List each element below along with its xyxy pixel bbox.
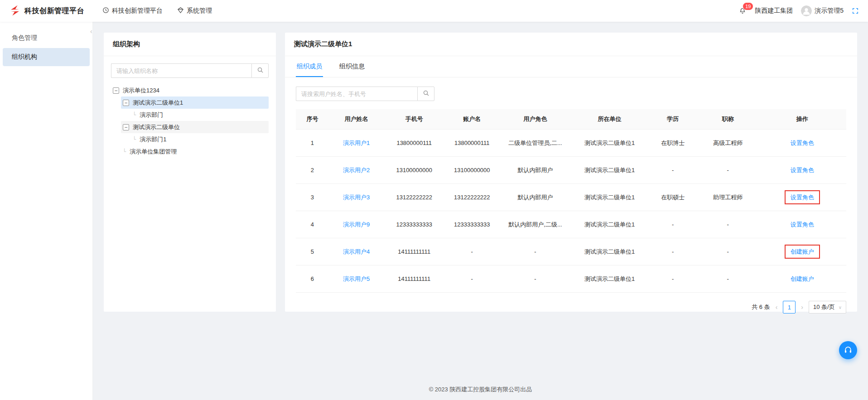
action-cell: 设置角色 — [785, 163, 820, 177]
cell-phone: 13122222222 — [384, 184, 444, 211]
cell-account: 13100000000 — [444, 157, 500, 184]
cell-unit: 测试演示二级单位1 — [571, 238, 648, 265]
annotation-highlight-box: 创建账户 — [785, 245, 820, 259]
detail-panel-title: 测试演示二级单位1 — [285, 33, 857, 56]
create-account-link[interactable]: 创建账户 — [791, 248, 814, 255]
avatar — [801, 5, 812, 16]
headset-icon — [844, 345, 853, 356]
org-panel-title: 组织架构 — [104, 33, 276, 56]
sidebar-item-org-structure[interactable]: 组织机构 — [3, 48, 90, 66]
cell-education: 在职硕士 — [648, 184, 698, 211]
cell-education: - — [648, 238, 698, 265]
org-search-button[interactable] — [251, 63, 269, 78]
cell-role: 默认内部用户,二级... — [500, 211, 571, 238]
cell-phone: 14111111111 — [384, 238, 444, 265]
leaf-connector-icon: └ — [123, 149, 126, 155]
user-name-link[interactable]: 演示用户1 — [343, 140, 370, 146]
tree-node-root[interactable]: − 演示单位1234 — [111, 84, 269, 96]
tab-org-members[interactable]: 组织成员 — [296, 56, 323, 77]
gem-icon — [177, 7, 184, 15]
fullscreen-icon[interactable] — [852, 7, 859, 14]
tree-node-label: 演示单位1234 — [123, 87, 159, 95]
cell-title: - — [698, 238, 758, 265]
content-area: 组织架构 − 演示单位1234 − 测试演示二级单位1 — [93, 22, 868, 400]
prev-page-button[interactable]: ‹ — [775, 304, 779, 311]
cell-role: - — [500, 238, 571, 265]
search-icon — [423, 90, 429, 98]
cell-title: - — [698, 211, 758, 238]
cell-index: 2 — [296, 157, 329, 184]
chevron-down-icon: ∨ — [839, 305, 842, 310]
set-role-link[interactable]: 设置角色 — [791, 194, 814, 201]
customer-service-button[interactable] — [839, 341, 857, 359]
cell-account: 13800000111 — [444, 130, 500, 157]
logo-icon — [9, 5, 21, 18]
user-name-link[interactable]: 演示用户3 — [343, 194, 370, 201]
tree-node-selected[interactable]: − 测试演示二级单位1 — [121, 96, 269, 109]
cell-phone: 13100000000 — [384, 157, 444, 184]
user-name-link[interactable]: 演示用户9 — [343, 221, 370, 228]
page-number-button[interactable]: 1 — [783, 301, 796, 313]
collapse-minus-icon[interactable]: − — [113, 87, 119, 94]
tree-node-label: 测试演示二级单位1 — [133, 99, 183, 107]
col-header-account: 账户名 — [444, 109, 500, 130]
top-header: 科技创新管理平台 科技创新管理平台 系统管理 19 陕西建工集团 — [0, 0, 868, 22]
col-header-role: 用户角色 — [500, 109, 571, 130]
members-table: 序号 用户姓名 手机号 账户名 用户角色 所在单位 学历 职称 操作 1 演示用 — [296, 109, 846, 293]
member-search-group — [296, 87, 846, 101]
clock-icon — [102, 7, 109, 15]
sidebar-item-role-mgmt[interactable]: 角色管理 — [3, 29, 90, 47]
tabs: 组织成员 组织信息 — [285, 56, 857, 77]
create-account-link[interactable]: 创建账户 — [791, 275, 814, 282]
member-search-button[interactable] — [417, 87, 434, 101]
sidebar-collapse-icon[interactable]: ‹ — [90, 28, 92, 34]
nav-item-label: 系统管理 — [187, 7, 212, 15]
org-detail-panel: 测试演示二级单位1 组织成员 组织信息 — [285, 33, 857, 312]
col-header-title: 职称 — [698, 109, 758, 130]
nav-item-system-mgmt[interactable]: 系统管理 — [170, 0, 219, 22]
leaf-connector-icon: └ — [133, 112, 136, 118]
table-row: 5 演示用户4 14111111111 - - 测试演示二级单位1 - - 创建… — [296, 238, 846, 265]
tree-node-label: 测试演示二级单位 — [133, 123, 180, 131]
cell-account: - — [444, 265, 500, 293]
user-name-link[interactable]: 演示用户4 — [343, 248, 370, 255]
cell-unit: 测试演示二级单位1 — [571, 211, 648, 238]
cell-index: 6 — [296, 265, 329, 293]
tree-node-leaf[interactable]: └ 演示单位集团管理 — [121, 145, 269, 158]
page-size-select[interactable]: 10 条/页 ∨ — [809, 301, 846, 313]
table-row: 6 演示用户5 14111111111 - - 测试演示二级单位1 - - 创建… — [296, 265, 846, 293]
org-search-input[interactable] — [111, 63, 251, 78]
cell-title: 助理工程师 — [698, 184, 758, 211]
col-header-unit: 所在单位 — [571, 109, 648, 130]
company-name[interactable]: 陕西建工集团 — [755, 7, 793, 15]
collapse-minus-icon[interactable]: − — [123, 100, 129, 106]
collapse-minus-icon[interactable]: − — [123, 124, 129, 130]
col-header-phone: 手机号 — [384, 109, 444, 130]
cell-title: 高级工程师 — [698, 130, 758, 157]
tab-org-info[interactable]: 组织信息 — [338, 56, 366, 77]
member-search-input[interactable] — [296, 87, 417, 101]
tree-node-label: 演示部门 — [140, 111, 163, 119]
cell-account: 13122222222 — [444, 184, 500, 211]
set-role-link[interactable]: 设置角色 — [791, 140, 814, 146]
brand-title: 科技创新管理平台 — [24, 6, 84, 16]
brand: 科技创新管理平台 — [9, 5, 84, 18]
table-row: 3 演示用户3 13122222222 13122222222 默认内部用户 测… — [296, 184, 846, 211]
notification-bell[interactable]: 19 — [738, 6, 747, 16]
set-role-link[interactable]: 设置角色 — [791, 221, 814, 228]
cell-account: 12333333333 — [444, 211, 500, 238]
cell-title: - — [698, 157, 758, 184]
cell-education: - — [648, 157, 698, 184]
user-name-link[interactable]: 演示用户2 — [343, 167, 370, 173]
tree-node[interactable]: − 测试演示二级单位 — [121, 121, 269, 133]
nav-item-platform[interactable]: 科技创新管理平台 — [95, 0, 170, 22]
user-menu[interactable]: 演示管理5 — [801, 5, 844, 16]
tree-node-leaf[interactable]: └ 演示部门 — [131, 109, 269, 121]
set-role-link[interactable]: 设置角色 — [791, 167, 814, 173]
col-header-name: 用户姓名 — [329, 109, 384, 130]
user-name-link[interactable]: 演示用户5 — [343, 275, 370, 282]
tree-node-leaf[interactable]: └ 演示部门1 — [131, 133, 269, 145]
next-page-button[interactable]: › — [800, 304, 804, 311]
cell-unit: 测试演示二级单位1 — [571, 265, 648, 293]
cell-index: 5 — [296, 238, 329, 265]
